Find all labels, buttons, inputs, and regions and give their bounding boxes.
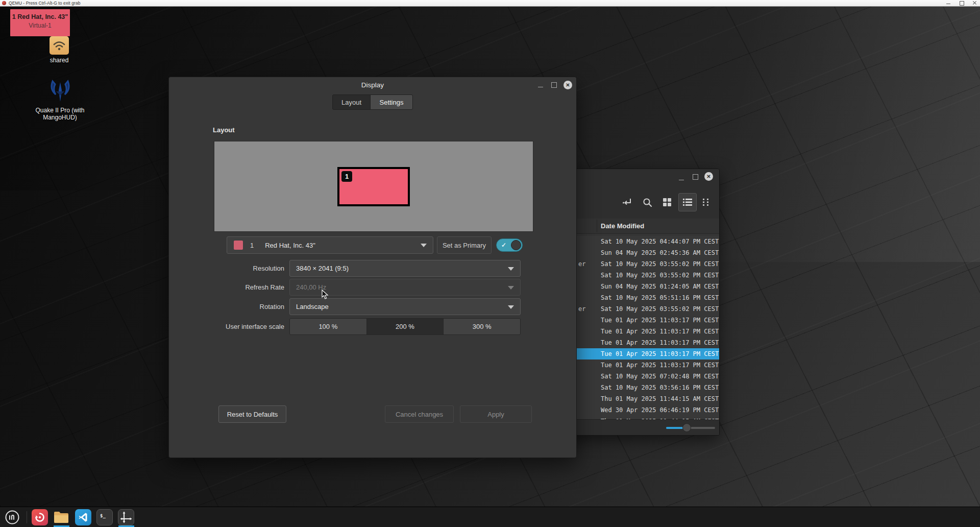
desktop-icon-shared[interactable]: shared: [45, 36, 74, 64]
cancel-changes-button[interactable]: Cancel changes: [385, 405, 454, 423]
chevron-down-icon: [508, 267, 514, 271]
file-manager-launcher[interactable]: [53, 509, 69, 525]
refresh-rate-label: Refresh Rate: [169, 283, 284, 291]
maximize-icon[interactable]: [551, 82, 557, 88]
monitor-identify-line1: 1 Red Hat, Inc. 43": [10, 13, 70, 20]
date-modified-cell: Tue 01 Apr 2025 11:03:17 PM CEST: [601, 315, 719, 326]
apply-button[interactable]: Apply: [460, 405, 532, 423]
date-modified-cell: Tue 01 Apr 2025 11:03:17 PM CEST: [601, 348, 719, 360]
date-modified-cell: Sat 10 May 2025 03:55:02 PM CEST: [601, 303, 719, 315]
taskbar: $_: [0, 507, 980, 527]
check-icon: ✓: [501, 242, 506, 249]
date-modified-cell: Sat 10 May 2025 07:02:48 PM CEST: [601, 371, 719, 382]
location-entry-icon[interactable]: [622, 197, 633, 208]
close-icon[interactable]: [972, 1, 978, 6]
vscode-launcher[interactable]: [75, 509, 91, 525]
file-name-fragment: er: [578, 303, 585, 315]
quake-logo-icon: [48, 78, 72, 105]
folder-icon: [54, 511, 69, 524]
minimize-icon[interactable]: [945, 1, 951, 6]
maximize-icon[interactable]: [959, 1, 965, 6]
monitor-identify-line2: Virtual-1: [10, 22, 70, 29]
desktop-icon-label: shared: [45, 57, 74, 64]
monitor-number-badge: 1: [341, 171, 352, 182]
dialog-title: Display: [169, 81, 576, 89]
monitor-name: Red Hat, Inc. 43": [265, 242, 315, 249]
panel-separator: [27, 511, 27, 523]
qemu-titlebar: QEMU - Press Ctrl-Alt-G to exit grab: [0, 0, 980, 7]
date-modified-cell: Sat 10 May 2025 03:55:02 PM CEST: [601, 270, 719, 281]
section-title-layout: Layout: [213, 126, 235, 134]
desktop-icon-label-line2: MangoHUD): [26, 114, 94, 121]
date-modified-cell: Tue 01 Apr 2025 11:03:17 PM CEST: [601, 326, 719, 337]
monitor-number: 1: [250, 242, 254, 249]
date-modified-cell: Thu 01 May 2025 11:44:15 AM CEST: [601, 416, 719, 419]
close-icon[interactable]: ✕: [704, 172, 713, 181]
scale-option-200[interactable]: 200 %: [367, 319, 444, 334]
resolution-label: Resolution: [169, 265, 284, 272]
chevron-down-icon: [508, 305, 514, 309]
screen: QEMU - Press Ctrl-Alt-G to exit grab 1 R…: [0, 0, 980, 527]
reset-to-defaults-button[interactable]: Reset to Defaults: [218, 405, 286, 423]
desktop-icon-quake[interactable]: Quake II Pro (with MangoHUD): [26, 78, 94, 121]
set-as-primary-button[interactable]: Set as Primary: [437, 236, 492, 254]
date-modified-cell: Sat 10 May 2025 04:44:07 PM CEST: [601, 236, 719, 247]
scale-option-300[interactable]: 300 %: [444, 319, 520, 334]
monitor-identify-banner: 1 Red Hat, Inc. 43" Virtual-1: [10, 9, 70, 36]
minimize-icon[interactable]: [678, 175, 684, 181]
svg-text:$_: $_: [100, 513, 106, 518]
mint-menu-button[interactable]: [4, 509, 20, 525]
display-layout-launcher[interactable]: [118, 509, 134, 525]
mint-logo-icon: [10, 515, 14, 519]
rotation-value: Landscape: [296, 303, 329, 310]
qemu-window-title: QEMU - Press Ctrl-Alt-G to exit grab: [9, 1, 81, 6]
file-name-fragment: er: [578, 258, 585, 270]
ui-scale-segmented-control: 100 % 200 % 300 %: [289, 318, 521, 335]
qemu-app-icon: [2, 1, 6, 5]
shared-folder-wifi-icon: [50, 36, 69, 55]
display-dialog-titlebar[interactable]: Display ✕: [169, 77, 576, 93]
move-crosshair-icon: [120, 511, 132, 523]
resolution-value: 3840 × 2041 (9:5): [296, 265, 349, 272]
terminal-icon: $_: [99, 512, 110, 522]
tab-layout[interactable]: Layout: [332, 94, 371, 110]
display-dialog: Display ✕ Layout Settings Layout 1 1 Red…: [168, 77, 577, 458]
date-modified-cell: Sat 10 May 2025 05:51:16 PM CEST: [601, 292, 719, 303]
close-icon[interactable]: ✕: [564, 81, 572, 89]
list-view-icon[interactable]: [682, 197, 693, 208]
chevron-down-icon: [421, 244, 427, 247]
date-modified-cell: Sun 04 May 2025 01:24:05 AM CEST: [601, 281, 719, 292]
column-separator[interactable]: [597, 220, 597, 232]
toggle-knob[interactable]: [511, 240, 521, 250]
monitor-dropdown[interactable]: 1 Red Hat, Inc. 43": [227, 236, 433, 254]
compact-view-icon[interactable]: [701, 197, 712, 208]
desktop-icon-label-line1: Quake II Pro (with: [26, 107, 94, 114]
date-modified-cell: Tue 01 Apr 2025 11:03:17 PM CEST: [601, 337, 719, 348]
firefox-launcher[interactable]: [32, 509, 48, 525]
maximize-icon[interactable]: [693, 174, 698, 180]
resolution-dropdown[interactable]: 3840 × 2041 (9:5): [289, 260, 521, 277]
rotation-dropdown[interactable]: Landscape: [289, 298, 521, 315]
date-modified-cell: Wed 30 Apr 2025 06:46:19 PM CEST: [601, 404, 719, 416]
date-modified-cell: Sat 10 May 2025 03:56:16 PM CEST: [601, 382, 719, 393]
grid-view-icon[interactable]: [662, 197, 673, 208]
zoom-slider-fill: [666, 427, 684, 429]
zoom-slider-knob[interactable]: [682, 423, 691, 432]
search-icon[interactable]: [642, 197, 653, 208]
primary-toggle[interactable]: ✓: [496, 238, 523, 252]
date-modified-cell: Tue 01 Apr 2025 11:03:17 PM CEST: [601, 360, 719, 371]
firefox-icon: [35, 512, 45, 522]
terminal-launcher[interactable]: $_: [96, 509, 113, 525]
monitor-color-swatch: [234, 241, 243, 250]
tab-settings[interactable]: Settings: [370, 94, 413, 110]
monitor-preview[interactable]: 1: [337, 167, 410, 206]
date-modified-cell: Sat 10 May 2025 03:55:02 PM CEST: [601, 258, 719, 270]
zoom-slider[interactable]: [666, 427, 715, 429]
monitor-layout-canvas[interactable]: 1: [214, 141, 533, 232]
rotation-label: Rotation: [169, 303, 284, 310]
scale-option-100[interactable]: 100 %: [290, 319, 367, 334]
mouse-cursor: [322, 290, 329, 300]
minimize-icon[interactable]: [537, 82, 544, 88]
date-modified-cell: Sun 04 May 2025 02:45:36 AM CEST: [601, 247, 719, 258]
date-modified-cell: Thu 01 May 2025 11:44:15 AM CEST: [601, 393, 719, 404]
